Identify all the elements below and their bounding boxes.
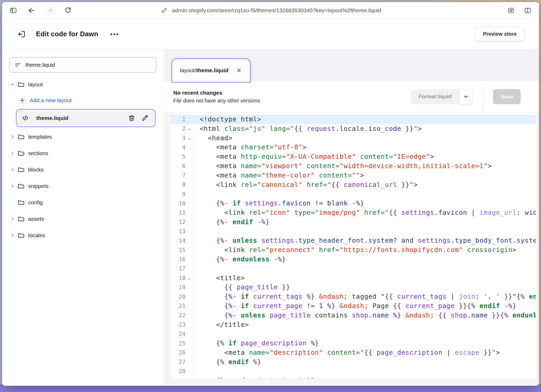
exit-editor-icon[interactable] (17, 30, 26, 39)
code-line[interactable]: 20 {%- if current_tags %} &ndash; tagged… (171, 292, 536, 301)
code-line[interactable]: 23 </title> (171, 320, 536, 329)
page-settings-icon[interactable] (507, 6, 515, 15)
code-line[interactable]: 16 {%- endunless -%} (171, 255, 536, 264)
format-options-dropdown[interactable] (459, 89, 473, 104)
code-line-text: {%- unless settings.type_header_font.sys… (194, 236, 536, 245)
plus-icon (19, 97, 26, 104)
code-line[interactable]: 3⌄ <head> (171, 133, 536, 143)
split-view-icon[interactable] (523, 6, 532, 15)
code-line[interactable]: 6 <meta name="viewport" content="width=d… (171, 161, 536, 171)
sidebar-item-config[interactable]: config (8, 194, 157, 211)
code-line[interactable]: 27 {% endif %} (171, 357, 536, 367)
line-number-gutter: 3⌄ (171, 133, 194, 143)
add-new-layout-button[interactable]: Add a new layout (8, 93, 157, 108)
code-line[interactable]: 17 (171, 264, 536, 273)
code-line-text: {%- if current_page != 1 %} &ndash; Page… (194, 301, 536, 311)
code-line[interactable]: 14 {%- unless settings.type_header_font.… (171, 236, 536, 245)
line-number: 27 (171, 359, 186, 365)
sidebar-item-assets[interactable]: assets (8, 211, 157, 227)
fold-toggle-icon[interactable]: ⌄ (186, 126, 193, 131)
line-number-gutter: 26 (171, 348, 194, 357)
sidebar-item-templates[interactable]: templates (8, 128, 157, 145)
line-number-gutter: 1 (171, 115, 194, 124)
code-editor[interactable]: 1<!doctype html>2⌄<html class="js" lang=… (171, 113, 536, 378)
address-bar[interactable]: admin.shopify.com/store/rzq1xu-f5/themes… (172, 7, 381, 14)
fold-toggle-icon[interactable]: ⌄ (186, 275, 193, 281)
chevron-down-icon[interactable] (8, 82, 17, 87)
code-line-text: {%- endif -%} (194, 217, 536, 227)
folder-label: sections (28, 150, 48, 156)
preview-store-button[interactable]: Preview store (475, 27, 525, 41)
chevron-right-icon[interactable] (8, 183, 17, 189)
code-line-text: {%- if settings.favicon != blank -%} (194, 199, 536, 208)
folder-icon (17, 199, 28, 206)
tab-bar: layout/theme.liquid (164, 50, 539, 81)
code-line[interactable]: 1<!doctype html> (171, 115, 536, 124)
rename-file-icon[interactable] (140, 113, 150, 123)
search-input[interactable] (26, 62, 151, 68)
code-line[interactable]: 15 <link rel="preconnect" href="https://… (171, 245, 536, 255)
sidebar-item-sections[interactable]: sections (8, 145, 157, 161)
code-line[interactable]: 28 (171, 367, 536, 376)
tab-theme-liquid[interactable]: layout/theme.liquid (173, 60, 249, 81)
code-line[interactable]: 7 <meta name="theme-color" content=""> (171, 171, 536, 180)
code-line[interactable]: 25 {% if page_description %} (171, 339, 536, 348)
file-search-box[interactable] (9, 57, 156, 72)
code-line[interactable]: 18⌄ <title> (171, 273, 536, 283)
format-liquid-button[interactable]: Format liquid (411, 89, 459, 104)
line-number: 24 (171, 331, 186, 337)
code-line[interactable]: 10 {%- if settings.favicon != blank -%} (171, 199, 536, 208)
code-line[interactable]: 13 (171, 227, 536, 236)
file-sidebar: layout Add a new layout theme.liquid tem… (2, 50, 164, 386)
code-line[interactable]: 8 <link rel="canonical" href="{{ canonic… (171, 180, 536, 189)
line-number: 28 (171, 368, 186, 375)
sidebar-item-blocks[interactable]: blocks (8, 161, 157, 178)
chevron-right-icon[interactable] (8, 167, 17, 173)
chevron-right-icon[interactable] (8, 150, 17, 156)
sidebar-item-snippets[interactable]: snippets (8, 178, 157, 194)
folder-icon (17, 149, 28, 157)
chevron-right-icon[interactable] (8, 216, 17, 222)
chevron-right-icon[interactable] (8, 134, 17, 140)
code-line[interactable]: 29 {% render 'meta-tags' %} (171, 376, 536, 378)
folder-label: config (28, 199, 43, 206)
forward-icon[interactable] (45, 6, 54, 15)
code-line[interactable]: 4 <meta charset="utf-8"> (171, 143, 536, 152)
line-number: 15 (171, 247, 186, 253)
code-line-text: <html class="js" lang="{{ request.locale… (194, 124, 536, 133)
delete-file-icon[interactable] (127, 113, 136, 123)
code-line[interactable]: 22 {%- unless page_title contains shop.n… (171, 311, 536, 320)
code-line[interactable]: 12 {%- endif -%} (171, 217, 536, 227)
code-line[interactable]: 5 <meta http-equiv="X-UA-Compatible" con… (171, 152, 536, 161)
line-number-gutter: 29 (171, 376, 194, 378)
line-number: 1 (171, 116, 186, 123)
line-number-gutter: 19 (171, 283, 194, 292)
code-line[interactable]: 24 (171, 329, 536, 339)
code-line[interactable]: 9 (171, 189, 536, 199)
code-line[interactable]: 21 {%- if current_page != 1 %} &ndash; P… (171, 301, 536, 311)
more-menu-icon[interactable]: ••• (110, 30, 119, 38)
folder-label: snippets (28, 183, 48, 189)
code-line[interactable]: 19 {{ page_title }} (171, 283, 536, 292)
sidebar-toggle-icon[interactable] (9, 6, 18, 15)
reload-icon[interactable] (64, 6, 72, 15)
sidebar-item-theme-liquid[interactable]: theme.liquid (18, 111, 154, 125)
code-line-text: {% endif %} (194, 357, 536, 367)
line-number: 21 (171, 303, 186, 309)
code-line[interactable]: 11 <link rel="icon" type="image/png" hre… (171, 208, 536, 217)
line-number: 18 (171, 275, 186, 281)
code-line-text: <link rel="preconnect" href="https://fon… (194, 245, 536, 255)
sidebar-item-layout[interactable]: layout (8, 76, 157, 93)
chevron-right-icon[interactable] (8, 232, 17, 238)
line-number: 2 (171, 125, 186, 132)
code-line[interactable]: 26 <meta name="description" content="{{ … (171, 348, 536, 357)
close-tab-icon[interactable] (236, 67, 242, 74)
sidebar-item-locales[interactable]: locales (8, 227, 157, 243)
fold-toggle-icon[interactable]: ⌄ (186, 135, 193, 141)
save-button[interactable]: Save (493, 89, 521, 104)
code-line-text: {% render 'meta-tags' %} (194, 376, 536, 378)
code-line[interactable]: 2⌄<html class="js" lang="{{ request.loca… (171, 124, 536, 133)
back-icon[interactable] (27, 6, 36, 15)
line-number: 19 (171, 284, 186, 291)
code-line-text (194, 329, 536, 339)
